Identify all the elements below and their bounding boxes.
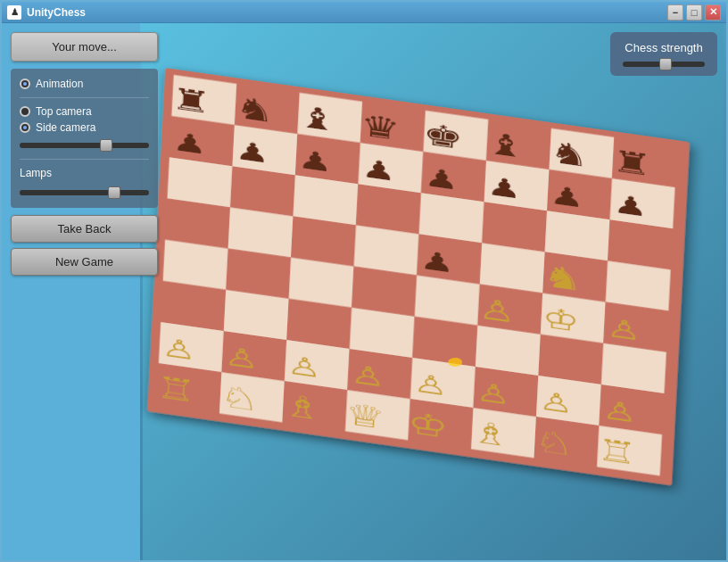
minimize-button[interactable]: −	[667, 4, 683, 21]
side-camera-radio[interactable]	[20, 122, 30, 133]
action-buttons: Take Back New Game	[11, 215, 158, 276]
top-camera-label: Top camera	[36, 105, 92, 118]
separator-2	[20, 159, 149, 160]
title-bar-left: ♟ UnityChess	[7, 5, 86, 20]
title-bar: ♟ UnityChess − □ ✕	[2, 2, 726, 23]
strength-panel: Chess strength	[610, 32, 717, 76]
svg-text:♙: ♙	[224, 342, 260, 375]
svg-text:♔: ♔	[541, 302, 580, 338]
svg-text:♙: ♙	[478, 293, 517, 329]
take-back-button[interactable]: Take Back	[11, 215, 158, 243]
svg-text:♕: ♕	[344, 396, 387, 434]
top-camera-option[interactable]: Top camera	[20, 105, 149, 118]
svg-text:♙: ♙	[476, 377, 511, 410]
svg-point-103	[448, 358, 462, 367]
svg-text:♗: ♗	[470, 414, 513, 452]
svg-text:♝: ♝	[485, 126, 528, 164]
strength-title: Chess strength	[623, 41, 705, 54]
camera-slider-thumb[interactable]	[100, 139, 112, 152]
svg-text:♜: ♜	[170, 81, 213, 120]
left-panel: Your move... Animation Top camera	[2, 23, 167, 560]
svg-text:♘: ♘	[533, 423, 575, 461]
svg-text:♜: ♜	[611, 144, 654, 182]
svg-text:♟: ♟	[360, 153, 396, 186]
top-camera-radio[interactable]	[20, 106, 30, 117]
svg-text:♚: ♚	[422, 117, 465, 155]
svg-text:♖: ♖	[596, 432, 639, 470]
svg-text:♟: ♟	[486, 171, 522, 204]
svg-text:♙: ♙	[538, 386, 574, 419]
lamps-slider-thumb[interactable]	[108, 186, 120, 199]
svg-text:♙: ♙	[412, 368, 448, 401]
strength-slider-track	[623, 62, 705, 67]
svg-text:♘: ♘	[219, 378, 261, 417]
svg-text:♟: ♟	[418, 245, 454, 278]
svg-text:♙: ♙	[601, 395, 637, 428]
svg-text:♙: ♙	[350, 360, 385, 393]
close-button[interactable]: ✕	[705, 4, 721, 21]
svg-text:♟: ♟	[549, 180, 584, 213]
main-content: ♜ ♞ ♝ ♛ ♚ ♝ ♞ ♜ ♟ ♟ ♟ ♟ ♟ ♟ ♟ ♟	[2, 23, 726, 560]
lamps-slider-track	[20, 190, 149, 195]
maximize-button[interactable]: □	[686, 4, 702, 21]
svg-text:♟: ♟	[612, 189, 648, 222]
svg-text:♞: ♞	[542, 258, 584, 296]
svg-text:♟: ♟	[423, 162, 459, 195]
title-controls: − □ ✕	[667, 4, 721, 21]
animation-radio[interactable]	[20, 79, 30, 89]
side-camera-option[interactable]: Side camera	[20, 121, 149, 134]
your-move-button[interactable]: Your move...	[11, 32, 158, 62]
chess-scene: ♜ ♞ ♝ ♛ ♚ ♝ ♞ ♜ ♟ ♟ ♟ ♟ ♟ ♟ ♟ ♟	[140, 23, 726, 560]
main-window: ♟ UnityChess − □ ✕	[0, 0, 728, 562]
svg-text:♟: ♟	[171, 127, 207, 160]
svg-text:♟: ♟	[297, 145, 333, 178]
svg-text:♞: ♞	[234, 90, 277, 128]
svg-text:♞: ♞	[548, 135, 591, 173]
lamps-label: Lamps	[20, 167, 149, 179]
svg-text:♟: ♟	[235, 136, 270, 169]
chess-board-svg: ♜ ♞ ♝ ♛ ♚ ♝ ♞ ♜ ♟ ♟ ♟ ♟ ♟ ♟ ♟ ♟	[140, 23, 726, 560]
animation-label: Animation	[36, 78, 83, 90]
svg-text:♝: ♝	[296, 99, 339, 137]
strength-slider-thumb[interactable]	[659, 58, 672, 70]
camera-group: Top camera Side camera	[20, 105, 149, 134]
window-title: UnityChess	[27, 6, 86, 19]
svg-text:♔: ♔	[407, 405, 450, 443]
app-icon: ♟	[7, 5, 21, 20]
svg-text:♗: ♗	[281, 387, 324, 426]
svg-text:♙: ♙	[286, 351, 322, 384]
controls-panel: Animation Top camera Side camera	[11, 69, 158, 208]
svg-text:♛: ♛	[360, 108, 402, 146]
svg-text:♙: ♙	[606, 313, 641, 346]
side-camera-label: Side camera	[36, 121, 95, 134]
camera-slider-track	[20, 143, 149, 148]
animation-option[interactable]: Animation	[20, 78, 149, 90]
separator-1	[20, 97, 149, 98]
new-game-button[interactable]: New Game	[11, 248, 158, 276]
